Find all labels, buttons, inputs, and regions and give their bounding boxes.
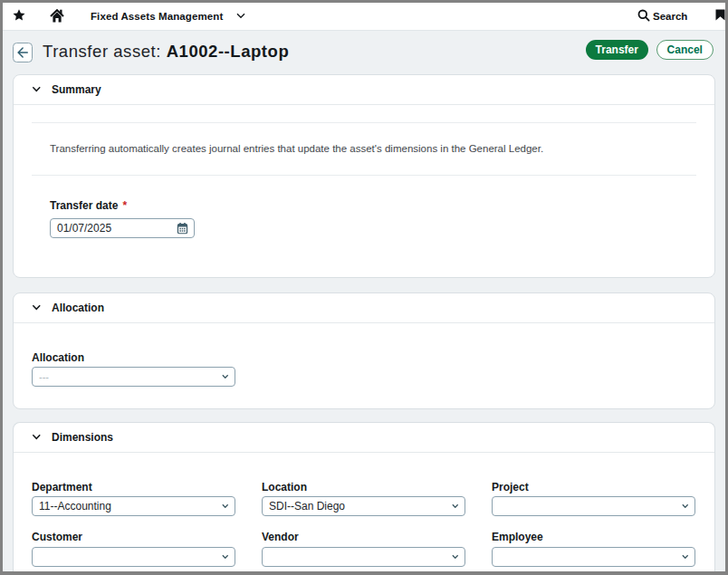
chevron-down-icon [222, 554, 229, 560]
transfer-date-input[interactable]: 01/07/2025 [50, 218, 195, 238]
app-switcher-chevron-icon[interactable] [236, 13, 245, 19]
app-viewport: Fixed Assets Management Search Transfer … [3, 3, 725, 571]
page-title: Transfer asset: A1002--Laptop [43, 42, 289, 62]
collapse-chevron-icon[interactable] [32, 86, 42, 92]
page-title-prefix: Transfer asset: [43, 42, 167, 61]
project-select[interactable] [492, 496, 695, 516]
chevron-down-icon [222, 503, 229, 509]
dimensions-section: Dimensions Department11--AccountingLocat… [13, 422, 715, 571]
back-button[interactable] [13, 43, 33, 62]
home-icon[interactable] [50, 9, 64, 23]
allocation-label: Allocation [32, 351, 84, 364]
department-label: Department [32, 481, 92, 494]
bookmark-icon[interactable] [715, 9, 725, 21]
location-label: Location [262, 481, 307, 494]
employee-label: Employee [492, 531, 543, 543]
collapse-chevron-icon[interactable] [32, 304, 42, 311]
vendor-select[interactable] [262, 547, 465, 567]
dimensions-section-title: Dimensions [52, 423, 113, 453]
calendar-icon[interactable] [177, 222, 188, 234]
divider [32, 175, 696, 176]
chevron-down-icon [682, 554, 689, 560]
project-label: Project [492, 481, 529, 494]
asset-name: A1002--Laptop [167, 42, 290, 61]
transfer-date-value: 01/07/2025 [51, 222, 111, 235]
chevron-down-icon [452, 554, 459, 560]
department-select[interactable]: 11--Accounting [32, 496, 235, 516]
summary-section-header[interactable]: Summary [14, 75, 714, 105]
employee-select[interactable] [492, 547, 695, 567]
allocation-value: --- [33, 371, 49, 382]
customer-label: Customer [32, 531, 82, 543]
app-switcher-label[interactable]: Fixed Assets Management [91, 3, 223, 30]
chevron-down-icon [452, 503, 459, 509]
search-icon[interactable] [637, 9, 650, 22]
chevron-down-icon [682, 503, 689, 509]
cancel-button[interactable]: Cancel [656, 40, 714, 61]
allocation-section: Allocation Allocation --- [13, 292, 715, 409]
vendor-label: Vendor [262, 531, 299, 543]
search-button[interactable]: Search [653, 3, 687, 30]
chevron-down-icon [222, 374, 229, 379]
transfer-date-label: Transfer date* [50, 199, 127, 212]
allocation-section-title: Allocation [52, 293, 104, 323]
top-nav-bar: Fixed Assets Management Search [3, 3, 725, 31]
collapse-chevron-icon[interactable] [32, 434, 42, 440]
summary-section: Summary Transferring automatically creat… [13, 74, 715, 278]
department-value: 11--Accounting [33, 500, 111, 513]
allocation-section-header[interactable]: Allocation [14, 293, 714, 323]
summary-info-text: Transferring automatically creates journ… [50, 143, 543, 154]
summary-section-title: Summary [52, 75, 101, 105]
arrow-left-icon [17, 47, 28, 58]
location-value: SDI--San Diego [263, 500, 345, 513]
customer-select[interactable] [32, 547, 235, 567]
allocation-select[interactable]: --- [32, 367, 235, 387]
divider [32, 122, 696, 123]
dimensions-section-header[interactable]: Dimensions [14, 423, 714, 453]
star-icon[interactable] [13, 9, 25, 21]
location-select[interactable]: SDI--San Diego [262, 496, 465, 516]
required-asterisk: * [122, 199, 127, 212]
transfer-button[interactable]: Transfer [586, 40, 648, 61]
